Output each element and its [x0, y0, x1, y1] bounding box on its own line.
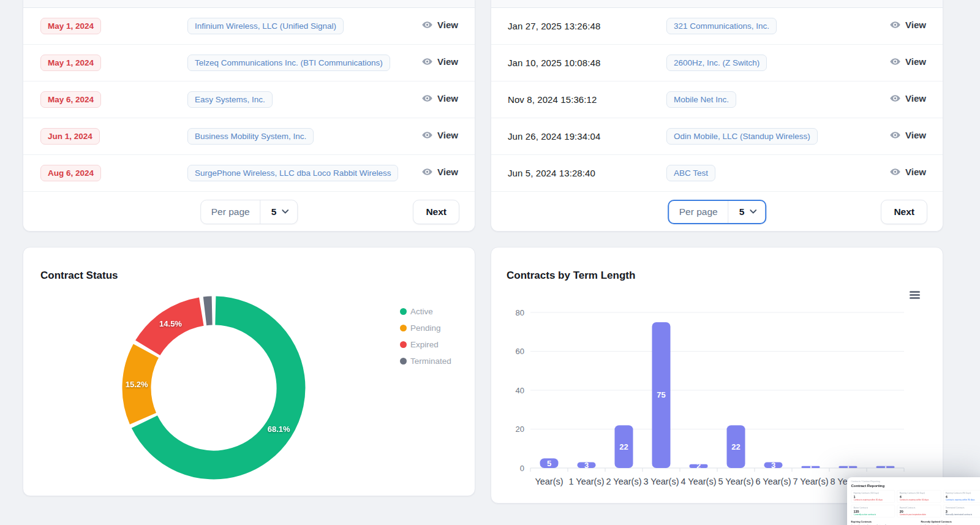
company-chip[interactable]: Business Mobility System, Inc. — [187, 128, 314, 145]
date-badge: Aug 6, 2024 — [40, 165, 101, 181]
donut-slice-expired[interactable] — [148, 312, 202, 348]
table-body: May 1, 2024 Infinium Wireless, LLC (Unif… — [23, 8, 475, 192]
next-page-button[interactable]: Next — [413, 200, 459, 224]
legend-item-expired[interactable]: Expired — [400, 340, 451, 349]
per-page-value: 5 — [729, 206, 750, 217]
term-length-bar-chart: 0204060805Year(s)31 Year(s)222 Year(s)75… — [491, 281, 943, 496]
view-button[interactable]: View — [421, 56, 458, 67]
table-row: May 1, 2024 Telzeq Communications Inc. (… — [23, 45, 475, 81]
eye-icon — [421, 19, 433, 31]
preview-stat-cards: Expiring Contracts (30 Days)1Contracts e… — [851, 490, 980, 518]
x-axis-category-label: 1 Year(s) — [568, 477, 604, 486]
table-header-strip — [491, 0, 943, 8]
y-axis-tick: 60 — [516, 347, 524, 356]
chevron-down-icon — [750, 210, 765, 214]
eye-icon — [889, 93, 901, 104]
legend-dot-icon — [400, 341, 407, 348]
x-axis-category-label: 6 Year(s) — [755, 477, 791, 486]
date-badge: May 6, 2024 — [40, 91, 101, 108]
legend-label: Terminated — [410, 357, 451, 366]
company-chip[interactable]: Infinium Wireless, LLC (Unified Signal) — [187, 18, 344, 34]
table-row: Jun 5, 2024 13:28:40 ABC Test View — [491, 155, 943, 192]
donut-percent-label: 15.2% — [126, 380, 148, 389]
breadcrumb: Contracts / Contract Reporting — [851, 480, 980, 483]
view-button[interactable]: View — [889, 56, 926, 67]
table-row: Nov 8, 2024 15:36:12 Mobile Net Inc. Vie… — [491, 81, 943, 118]
eye-icon — [421, 93, 433, 104]
eye-icon — [421, 56, 433, 67]
y-axis-tick: 0 — [520, 464, 524, 473]
view-button[interactable]: View — [889, 129, 926, 141]
company-chip[interactable]: Mobile Net Inc. — [666, 91, 736, 108]
preview-sections: Expiring ContractsContract Expiration Da… — [851, 521, 980, 525]
preview-stat-card: Expired Contracts20Contracts past expira… — [897, 505, 941, 518]
legend-label: Expired — [410, 340, 439, 349]
company-chip[interactable]: Easy Systems, Inc. — [187, 91, 273, 108]
dashboard-grid: May 1, 2024 Infinium Wireless, LLC (Unif… — [0, 0, 980, 504]
chart-menu-icon[interactable] — [910, 291, 920, 301]
y-axis-tick: 40 — [516, 386, 524, 395]
legend-dot-icon — [400, 358, 407, 364]
view-button[interactable]: View — [889, 166, 926, 178]
table-row: May 6, 2024 Easy Systems, Inc. View — [23, 81, 475, 118]
timestamp-cell: Jan 27, 2025 13:26:48 — [491, 21, 666, 31]
bar-value-label: 22 — [731, 442, 740, 451]
legend-item-pending[interactable]: Pending — [400, 323, 451, 333]
date-badge: May 1, 2024 — [40, 55, 101, 71]
company-chip[interactable]: 2600Hz, Inc. (Z Switch) — [666, 55, 767, 71]
per-page-select[interactable]: Per page 5 — [200, 200, 298, 224]
preview-page-title: Contract Reporting — [851, 483, 980, 488]
view-button[interactable]: View — [421, 93, 458, 104]
view-button[interactable]: View — [421, 129, 458, 141]
page-preview-overlay[interactable]: Contracts / Contract Reporting Contract … — [847, 477, 980, 525]
next-page-button[interactable]: Next — [881, 200, 927, 224]
company-chip[interactable]: Telzeq Communications Inc. (BTI Communic… — [187, 55, 390, 71]
donut-percent-label: 14.5% — [159, 319, 182, 328]
eye-icon — [421, 166, 433, 178]
x-axis-category-label: 5 Year(s) — [718, 477, 753, 486]
eye-icon — [889, 166, 901, 178]
bar-value-label: 1 — [883, 463, 888, 472]
timestamp-cell: Nov 8, 2024 15:36:12 — [491, 94, 666, 105]
view-button[interactable]: View — [421, 166, 458, 178]
contract-status-chart-card: 68.1%15.2%14.5% Contract Status ActivePe… — [23, 247, 475, 496]
date-badge: May 1, 2024 — [40, 18, 101, 34]
preview-stat-card: Terminated Contracts3Manually terminated… — [943, 505, 980, 518]
legend-label: Active — [410, 307, 433, 316]
preview-stat-card: Expiring Contracts (90 Days)4Contracts e… — [943, 490, 980, 503]
chart-title: Contract Status — [40, 270, 118, 282]
legend-dot-icon — [400, 325, 407, 331]
table-row: May 1, 2024 Infinium Wireless, LLC (Unif… — [23, 8, 475, 45]
company-chip[interactable]: ABC Test — [666, 165, 715, 181]
company-chip[interactable]: Odin Mobile, LLC (Standup Wireless) — [666, 128, 818, 145]
table-row: Jun 26, 2024 19:34:04 Odin Mobile, LLC (… — [491, 118, 943, 155]
preview-stat-card: Expiring Contracts (60 Days)4Contracts e… — [897, 490, 941, 503]
legend-label: Pending — [410, 323, 441, 333]
preview-stat-card: Expiring Contracts (30 Days)1Contracts e… — [851, 490, 895, 503]
per-page-select[interactable]: Per page 5 — [668, 200, 767, 224]
x-axis-category-label: 7 Year(s) — [793, 477, 828, 486]
table-row: Jan 10, 2025 10:08:48 2600Hz, Inc. (Z Sw… — [491, 45, 943, 81]
chevron-down-icon — [282, 210, 297, 214]
donut-percent-label: 68.1% — [268, 425, 290, 434]
timestamp-cell: Jun 26, 2024 19:34:04 — [491, 131, 666, 142]
y-axis-tick: 80 — [516, 308, 524, 317]
x-axis-category-label: 2 Year(s) — [606, 477, 641, 486]
view-button[interactable]: View — [889, 19, 926, 31]
preview-section: Expiring ContractsContract Expiration Da… — [851, 521, 918, 525]
eye-icon — [889, 19, 901, 31]
view-button[interactable]: View — [421, 19, 458, 31]
company-chip[interactable]: 321 Communications, Inc. — [666, 18, 777, 34]
donut-slice-terminated[interactable] — [205, 311, 212, 311]
chart-legend: ActivePendingExpiredTerminated — [400, 307, 451, 373]
term-length-chart-card: 0204060805Year(s)31 Year(s)222 Year(s)75… — [491, 247, 943, 504]
x-axis-category-label: 4 Year(s) — [680, 477, 716, 486]
view-button[interactable]: View — [889, 93, 926, 104]
legend-dot-icon — [400, 308, 407, 315]
legend-item-terminated[interactable]: Terminated — [400, 357, 451, 366]
expiring-contracts-table-card: May 1, 2024 Infinium Wireless, LLC (Unif… — [23, 0, 475, 232]
company-chip[interactable]: SurgePhone Wireless, LLC dba Loco Rabbit… — [187, 165, 398, 181]
legend-item-active[interactable]: Active — [400, 307, 451, 316]
table-row: Jan 27, 2025 13:26:48 321 Communications… — [491, 8, 943, 45]
table-body: Jan 27, 2025 13:26:48 321 Communications… — [491, 8, 943, 192]
